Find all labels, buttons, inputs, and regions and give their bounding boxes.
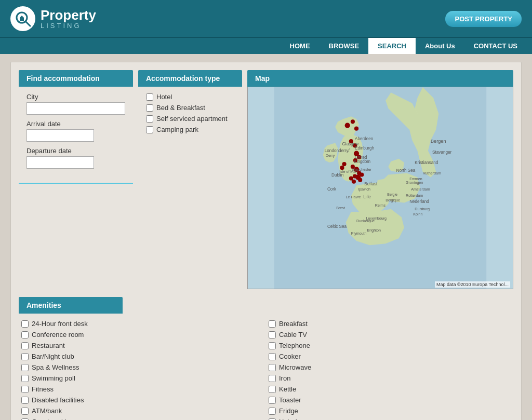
camping-label: Camping park	[156, 126, 198, 133]
spa-checkbox[interactable]	[21, 364, 29, 371]
map-caption: Map data ©2010 Europa Technol...	[435, 281, 510, 288]
logo-subtitle: LISTING	[41, 22, 96, 30]
telephone-checkbox[interactable]	[269, 342, 276, 349]
amenity-conference: Conference room	[21, 331, 263, 338]
bar-label: Bar/Night club	[32, 353, 74, 360]
restaurant-label: Restaurant	[32, 342, 65, 349]
svg-point-3	[345, 123, 350, 128]
post-property-button[interactable]: POST PROPERTY	[445, 11, 522, 27]
cooker-label: Cooker	[279, 353, 301, 360]
svg-text:Rutherdam: Rutherdam	[423, 171, 441, 175]
amenities-col2: Breakfast Cable TV Telephone Cooker Micr…	[266, 320, 513, 420]
svg-text:Emmen: Emmen	[409, 177, 422, 181]
atm-label: ATM/bank	[32, 407, 62, 415]
logo-icon	[10, 6, 35, 31]
accommodation-panel-body: Hotel Bed & Breakfast Self serviced apar…	[138, 87, 242, 143]
svg-text:Manchester: Manchester	[352, 168, 372, 172]
microwave-checkbox[interactable]	[269, 364, 276, 371]
disabled-checkbox[interactable]	[21, 397, 29, 404]
svg-text:Groningen: Groningen	[406, 181, 423, 185]
nav-search[interactable]: SEARCH	[368, 38, 416, 54]
svg-text:Duisburg: Duisburg	[415, 207, 430, 211]
spa-label: Spa & Wellness	[32, 363, 79, 371]
amenity-hairdryer: Hair dryer	[269, 418, 511, 420]
departure-input[interactable]	[26, 156, 94, 169]
svg-text:Celtic Sea: Celtic Sea	[327, 224, 347, 229]
hotel-label: Hotel	[156, 93, 172, 101]
svg-text:Lille: Lille	[363, 195, 371, 199]
accommodation-type-panel: Accommodation type Hotel Bed & Breakfast…	[138, 70, 242, 289]
svg-line-1	[25, 21, 30, 26]
logo-title: Property	[41, 8, 96, 22]
cooker-checkbox[interactable]	[269, 353, 276, 360]
conference-checkbox[interactable]	[21, 331, 29, 338]
nav-contact[interactable]: CONTACT US	[464, 38, 527, 54]
map-container[interactable]: Bergen Stavanger Kristiansand Londonderr…	[247, 87, 513, 289]
svg-text:Nederland: Nederland	[409, 199, 429, 204]
amenity-cable: Cable TV	[269, 331, 511, 338]
amenities-col1: 24-Hour front desk Conference room Resta…	[19, 320, 266, 420]
svg-text:Belgie: Belgie	[387, 193, 397, 197]
svg-text:Amsterdam: Amsterdam	[411, 187, 430, 192]
svg-text:Belfast: Belfast	[364, 182, 378, 186]
24h-checkbox[interactable]	[21, 320, 29, 328]
toaster-checkbox[interactable]	[269, 397, 276, 404]
bar-checkbox[interactable]	[21, 353, 29, 360]
main-content: Find accommodation City Arrival date Dep…	[0, 54, 532, 420]
svg-text:Ipswich: Ipswich	[358, 187, 370, 192]
kettle-checkbox[interactable]	[269, 386, 276, 393]
atm-checkbox[interactable]	[21, 408, 29, 415]
find-panel-body: City Arrival date Departure date	[19, 87, 133, 180]
svg-point-19	[352, 180, 356, 184]
iron-checkbox[interactable]	[269, 375, 276, 382]
svg-point-17	[360, 172, 364, 177]
hotel-checkbox[interactable]	[146, 93, 153, 101]
accommodation-hotel: Hotel	[146, 93, 234, 101]
camping-checkbox[interactable]	[146, 126, 153, 133]
24h-label: 24-Hour front desk	[32, 320, 88, 328]
svg-text:Derry: Derry	[326, 154, 335, 158]
city-input[interactable]	[26, 102, 125, 115]
accommodation-self-serviced: Self serviced apartment	[146, 115, 234, 123]
amenities-body: 24-Hour front desk Conference room Resta…	[19, 314, 513, 420]
svg-text:Kristiansand: Kristiansand	[415, 160, 438, 165]
self-serviced-checkbox[interactable]	[146, 115, 153, 123]
svg-text:Plymouth: Plymouth	[351, 232, 367, 236]
nav-about[interactable]: About Us	[416, 38, 464, 54]
svg-text:Bergen: Bergen	[431, 139, 446, 144]
toaster-label: Toaster	[279, 396, 301, 404]
nav-browse[interactable]: BROWSE	[320, 38, 369, 54]
amenity-fitness: Fitness	[21, 385, 263, 393]
header: Property LISTING POST PROPERTY	[0, 0, 532, 37]
fitness-label: Fitness	[32, 385, 54, 393]
pool-label: Swimming poll	[32, 374, 75, 382]
self-serviced-label: Self serviced apartment	[156, 115, 228, 123]
amenity-breakfast: Breakfast	[269, 320, 511, 328]
restaurant-checkbox[interactable]	[21, 342, 29, 349]
arrival-input[interactable]	[26, 129, 94, 142]
map-panel: Map	[247, 70, 513, 289]
svg-text:Belgique: Belgique	[385, 198, 400, 202]
svg-text:Rotterdam: Rotterdam	[406, 194, 423, 198]
svg-text:Reims: Reims	[375, 204, 386, 208]
svg-text:Brighton: Brighton	[367, 228, 381, 233]
svg-point-20	[342, 162, 346, 166]
nav-home[interactable]: HOME	[281, 38, 320, 54]
fridge-checkbox[interactable]	[269, 408, 276, 415]
amenity-telephone: Telephone	[269, 342, 511, 349]
accommodation-panel-header: Accommodation type	[138, 70, 242, 87]
parking-checkbox[interactable]	[21, 418, 29, 421]
svg-text:Le Havre: Le Havre	[346, 195, 361, 199]
bnb-checkbox[interactable]	[146, 104, 153, 112]
find-panel-header: Find accommodation	[19, 70, 133, 87]
pool-checkbox[interactable]	[21, 375, 29, 382]
cable-checkbox[interactable]	[269, 331, 276, 338]
hairdryer-checkbox[interactable]	[269, 418, 276, 421]
map-svg: Bergen Stavanger Kristiansand Londonderr…	[248, 87, 513, 289]
svg-text:Dunkerque: Dunkerque	[356, 219, 375, 223]
arrival-label: Arrival date	[26, 120, 125, 128]
microwave-label: Microwave	[279, 363, 311, 371]
fitness-checkbox[interactable]	[21, 386, 29, 393]
breakfast-checkbox[interactable]	[269, 320, 276, 328]
kettle-label: Kettle	[279, 385, 296, 393]
